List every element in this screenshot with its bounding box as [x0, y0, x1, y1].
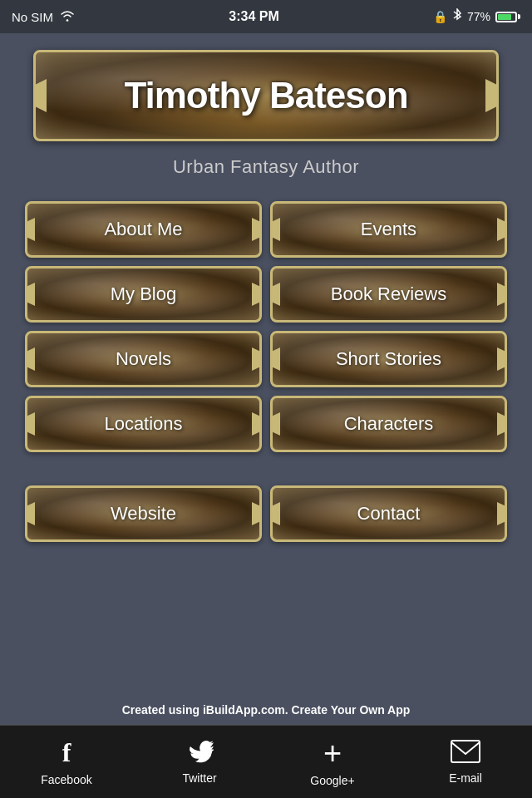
right-notch	[252, 218, 262, 241]
footer-text: Created using iBuildApp.com. Create Your…	[0, 692, 532, 725]
googleplus-icon: +	[323, 737, 342, 769]
nav-btn-book-reviews[interactable]: Book Reviews	[270, 266, 507, 323]
left-notch	[270, 347, 280, 371]
right-notch	[497, 218, 507, 241]
header-banner: Timothy Bateson	[33, 50, 499, 141]
tab-item-googleplus[interactable]: + Google+	[266, 737, 399, 787]
right-notch	[252, 502, 262, 525]
right-notch	[252, 283, 262, 306]
tab-label-email: E-mail	[449, 771, 482, 785]
nav-btn-short-stories[interactable]: Short Stories	[270, 331, 507, 387]
banner-right-notch	[485, 79, 499, 112]
nav-btn-label: About Me	[104, 219, 182, 240]
tab-label-facebook: Facebook	[41, 773, 91, 786]
left-notch	[25, 218, 35, 241]
nav-btn-label: Short Stories	[336, 348, 441, 370]
status-time: 3:34 PM	[229, 9, 278, 24]
nav-btn-label: Characters	[344, 413, 434, 435]
right-notch	[497, 412, 507, 436]
right-notch	[252, 347, 262, 371]
nav-grid: About Me Events My Blog Book Reviews Nov…	[25, 201, 507, 452]
svg-rect-1	[451, 741, 480, 762]
right-notch	[252, 412, 262, 436]
nav-btn-label: Book Reviews	[331, 283, 446, 305]
nav-btn-my-blog[interactable]: My Blog	[25, 266, 262, 323]
bottom-btn-website[interactable]: Website	[25, 485, 262, 542]
right-notch	[497, 347, 507, 371]
main-content: Timothy Bateson Urban Fantasy Author Abo…	[0, 33, 532, 692]
tab-item-twitter[interactable]: Twitter	[133, 740, 266, 785]
bottom-nav: Website Contact	[25, 485, 507, 542]
email-icon	[451, 740, 480, 766]
nav-btn-label: Events	[361, 219, 416, 240]
tab-item-facebook[interactable]: f Facebook	[0, 737, 133, 786]
status-bar: No SIM 3:34 PM 🔒 77%	[0, 0, 532, 33]
wifi-icon	[60, 10, 75, 24]
bluetooth-icon	[452, 8, 462, 26]
left-notch	[270, 218, 280, 241]
left-notch	[25, 412, 35, 436]
nav-btn-about-me[interactable]: About Me	[25, 201, 262, 258]
battery-percentage: 77%	[467, 10, 490, 23]
left-notch	[270, 283, 280, 306]
nav-btn-label: Novels	[116, 348, 171, 370]
facebook-icon: f	[62, 737, 71, 768]
svg-point-0	[66, 19, 68, 21]
nav-btn-locations[interactable]: Locations	[25, 396, 262, 452]
status-right: 🔒 77%	[433, 8, 520, 26]
subtitle: Urban Fantasy Author	[173, 156, 359, 178]
nav-btn-novels[interactable]: Novels	[25, 331, 262, 387]
nav-btn-label: Locations	[104, 413, 182, 435]
nav-btn-label: Contact	[357, 503, 421, 525]
right-notch	[497, 502, 507, 525]
right-notch	[497, 283, 507, 306]
banner-left-notch	[33, 79, 47, 112]
tab-item-email[interactable]: E-mail	[399, 740, 532, 785]
tab-label-googleplus: Google+	[310, 774, 354, 787]
app-title: Timothy Bateson	[124, 75, 407, 116]
tab-label-twitter: Twitter	[182, 771, 216, 785]
status-left: No SIM	[12, 10, 75, 24]
nav-btn-events[interactable]: Events	[270, 201, 507, 258]
nav-btn-characters[interactable]: Characters	[270, 396, 507, 452]
left-notch	[270, 502, 280, 525]
left-notch	[25, 283, 35, 306]
bottom-btn-contact[interactable]: Contact	[270, 485, 507, 542]
battery-icon	[495, 12, 520, 22]
twitter-icon	[185, 740, 214, 766]
nav-btn-label: My Blog	[111, 283, 176, 305]
left-notch	[270, 412, 280, 436]
tab-bar: f Facebook Twitter + Google+ E-mail	[0, 725, 532, 798]
nav-btn-label: Website	[111, 503, 176, 525]
left-notch	[25, 502, 35, 525]
lock-icon: 🔒	[433, 10, 447, 23]
carrier-text: No SIM	[12, 10, 53, 24]
left-notch	[25, 347, 35, 371]
